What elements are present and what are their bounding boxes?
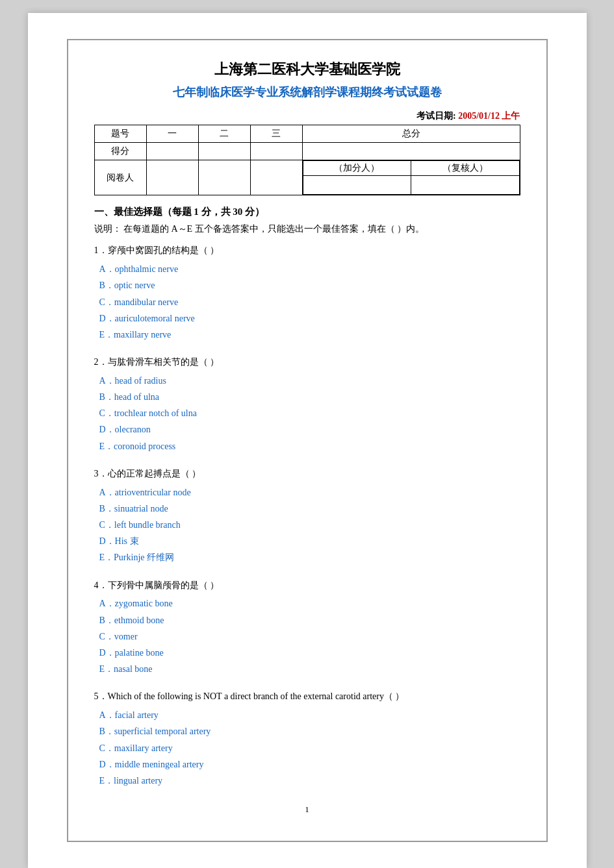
cell-add-review: （加分人） （复核人）	[302, 160, 520, 195]
option-4-5: E．nasal bone	[99, 661, 520, 677]
title-sub: 七年制临床医学专业系统解剖学课程期终考试试题卷	[94, 84, 520, 100]
option-2-3: C．trochlear notch of ulna	[99, 405, 520, 421]
question-text-4: 4．下列骨中属脑颅骨的是（ ）	[94, 578, 520, 593]
questions-container: 1．穿颅中窝圆孔的结构是（ ）A．ophthalmic nerveB．optic…	[94, 243, 520, 789]
cell-one: 一	[146, 125, 198, 143]
cell-review-value	[411, 176, 520, 195]
option-1-5: E．maxillary nerve	[99, 327, 520, 343]
question-1: 1．穿颅中窝圆孔的结构是（ ）A．ophthalmic nerveB．optic…	[94, 243, 520, 343]
question-text-3: 3．心的正常起搏点是（ ）	[94, 466, 520, 482]
option-2-1: A．head of radius	[99, 373, 520, 389]
cell-reader2	[198, 160, 250, 195]
option-4-1: A．zygomatic bone	[99, 595, 520, 612]
option-5-2: B．superficial temporal artery	[99, 723, 520, 739]
option-2-2: B．head of ulna	[99, 389, 520, 405]
option-1-3: C．mandibular nerve	[99, 294, 520, 310]
cell-three: 三	[250, 125, 302, 143]
inner-header-row: （加分人） （复核人）	[303, 161, 519, 176]
option-5-3: C．maxillary artery	[99, 740, 520, 756]
section1-instruction: 说明： 在每道题的 A～E 五个备选答案中，只能选出一个最佳答案，填在（ ）内。	[94, 222, 520, 236]
cell-add-value	[303, 176, 411, 195]
option-3-1: A．atrioventricular node	[99, 484, 520, 501]
option-2-5: E．coronoid process	[99, 438, 520, 454]
options-3: A．atrioventricular nodeB．sinuatrial node…	[94, 484, 520, 566]
question-5: 5．Which of the following is NOT a direct…	[94, 689, 520, 789]
cell-defen: 得分	[94, 143, 146, 160]
page-number: 1	[94, 804, 520, 815]
option-2-4: D．olecranon	[99, 421, 520, 438]
options-4: A．zygomatic boneB．ethmoid boneC．vomerD．p…	[94, 595, 520, 677]
score-table-row3: 阅卷人 （加分人） （复核人）	[94, 160, 520, 195]
title-main: 上海第二医科大学基础医学院	[94, 60, 520, 79]
score-table-row2: 得分	[94, 143, 520, 160]
cell-add-person: （加分人）	[303, 161, 411, 176]
exam-border-box: 上海第二医科大学基础医学院 七年制临床医学专业系统解剖学课程期终考试试题卷 考试…	[67, 39, 548, 842]
option-3-2: B．sinuatrial node	[99, 501, 520, 517]
exam-date-label: 考试日期:	[416, 111, 456, 121]
question-2: 2．与肱骨滑车相关节的是（ ）A．head of radiusB．head of…	[94, 354, 520, 454]
option-3-4: D．His 束	[99, 533, 520, 549]
option-3-3: C．left bundle branch	[99, 517, 520, 533]
score-table: 题号 一 二 三 总分 得分 阅卷人	[94, 125, 520, 195]
option-3-5: E．Purkinje 纤维网	[99, 549, 520, 565]
option-4-4: D．palatine bone	[99, 645, 520, 661]
section1-title: 一、最佳选择题（每题 1 分，共 30 分）	[94, 206, 520, 218]
option-5-4: D．middle meningeal artery	[99, 756, 520, 773]
cell-yuejuanren: 阅卷人	[94, 160, 146, 195]
option-1-4: D．auriculotemoral nerve	[99, 310, 520, 327]
question-text-5: 5．Which of the following is NOT a direct…	[94, 689, 520, 704]
cell-score1	[146, 143, 198, 160]
score-table-row1: 题号 一 二 三 总分	[94, 125, 520, 143]
question-text-1: 1．穿颅中窝圆孔的结构是（ ）	[94, 243, 520, 258]
cell-total-score	[302, 143, 520, 160]
cell-reader1	[146, 160, 198, 195]
exam-date-value: 2005/01/12 上午	[458, 111, 520, 121]
cell-two: 二	[198, 125, 250, 143]
question-text-2: 2．与肱骨滑车相关节的是（ ）	[94, 354, 520, 370]
option-5-5: E．lingual artery	[99, 773, 520, 789]
cell-tihao: 题号	[94, 125, 146, 143]
question-3: 3．心的正常起搏点是（ ）A．atrioventricular nodeB．si…	[94, 466, 520, 566]
exam-date-row: 考试日期: 2005/01/12 上午	[94, 110, 520, 122]
cell-review-person: （复核人）	[411, 161, 520, 176]
option-1-2: B．optic nerve	[99, 277, 520, 293]
option-5-1: A．facial artery	[99, 707, 520, 723]
inner-table: （加分人） （复核人）	[303, 160, 520, 195]
option-4-2: B．ethmoid bone	[99, 612, 520, 628]
options-2: A．head of radiusB．head of ulnaC．trochlea…	[94, 373, 520, 454]
cell-score2	[198, 143, 250, 160]
option-1-1: A．ophthalmic nerve	[99, 261, 520, 277]
options-1: A．ophthalmic nerveB．optic nerveC．mandibu…	[94, 261, 520, 343]
cell-score3	[250, 143, 302, 160]
question-4: 4．下列骨中属脑颅骨的是（ ）A．zygomatic boneB．ethmoid…	[94, 578, 520, 678]
option-4-3: C．vomer	[99, 628, 520, 645]
exam-page: 上海第二医科大学基础医学院 七年制临床医学专业系统解剖学课程期终考试试题卷 考试…	[28, 13, 587, 868]
options-5: A．facial arteryB．superficial temporal ar…	[94, 707, 520, 789]
cell-reader3	[250, 160, 302, 195]
cell-total: 总分	[302, 125, 520, 143]
inner-data-row	[303, 176, 519, 195]
